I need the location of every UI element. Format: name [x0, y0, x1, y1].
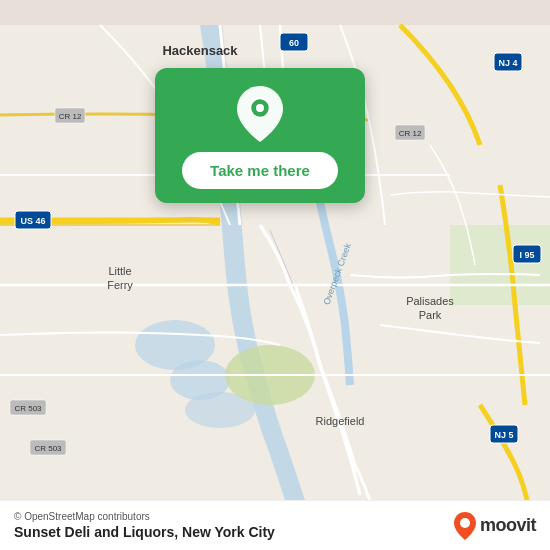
svg-text:Park: Park	[419, 309, 442, 321]
popup-card: Take me there	[155, 68, 365, 203]
svg-text:NJ 4: NJ 4	[498, 58, 517, 68]
svg-text:CR 503: CR 503	[14, 404, 42, 413]
svg-text:60: 60	[289, 38, 299, 48]
location-pin-icon	[237, 86, 283, 142]
location-name: Sunset Deli and Liquors, New York City	[14, 524, 275, 540]
svg-text:I 95: I 95	[519, 250, 534, 260]
svg-point-42	[256, 104, 264, 112]
svg-text:Ridgefield: Ridgefield	[316, 415, 365, 427]
bottom-bar: © OpenStreetMap contributors Sunset Deli…	[0, 500, 550, 550]
moovit-pin-icon	[454, 512, 476, 540]
svg-text:US 46: US 46	[20, 216, 45, 226]
svg-text:Ferry: Ferry	[107, 279, 133, 291]
take-me-there-button[interactable]: Take me there	[182, 152, 338, 189]
svg-text:CR 12: CR 12	[399, 129, 422, 138]
svg-point-43	[460, 518, 470, 528]
svg-text:Little: Little	[108, 265, 131, 277]
svg-rect-5	[450, 225, 550, 305]
svg-text:CR 12: CR 12	[59, 112, 82, 121]
svg-text:NJ 5: NJ 5	[494, 430, 513, 440]
svg-text:CR 503: CR 503	[34, 444, 62, 453]
bottom-left: © OpenStreetMap contributors Sunset Deli…	[14, 511, 275, 540]
svg-text:Hackensack: Hackensack	[162, 43, 238, 58]
svg-text:Palisades: Palisades	[406, 295, 454, 307]
map-container: US 46 NJ 4 I 95 NJ 5 CR 12 CR 12 CR 503 …	[0, 0, 550, 550]
moovit-logo: moovit	[454, 512, 536, 540]
moovit-brand-name: moovit	[480, 515, 536, 536]
map-attribution: © OpenStreetMap contributors	[14, 511, 275, 522]
